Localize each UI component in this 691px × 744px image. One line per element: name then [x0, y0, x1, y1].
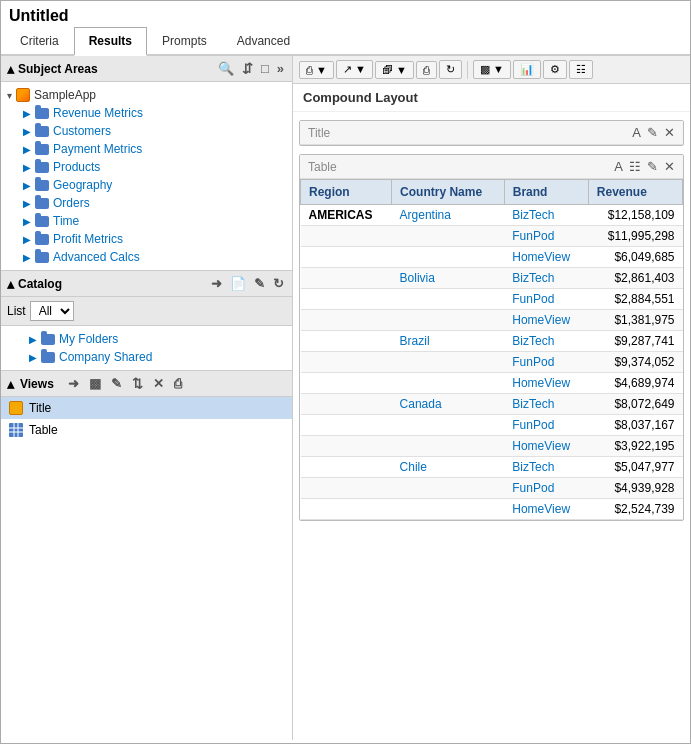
folder-icon	[35, 252, 49, 263]
cell-brand[interactable]: FunPod	[504, 478, 588, 499]
tree-item-customers[interactable]: ▶ Customers	[1, 122, 292, 140]
delete-table-icon[interactable]: ✕	[664, 159, 675, 174]
chart-btn[interactable]: ▩ ▼	[473, 60, 511, 79]
copy-btn[interactable]: ⎙	[416, 61, 437, 79]
list-dropdown[interactable]: All	[30, 301, 74, 321]
cell-country[interactable]	[392, 247, 505, 268]
cell-brand[interactable]: FunPod	[504, 289, 588, 310]
views-label: Views	[20, 377, 54, 391]
cell-country[interactable]: Canada	[392, 394, 505, 415]
table-row: HomeView$6,049,685	[301, 247, 683, 268]
cell-brand[interactable]: HomeView	[504, 310, 588, 331]
toolbar-sep-1	[467, 61, 468, 79]
catalog-item-company-shared[interactable]: ▶ Company Shared	[7, 348, 286, 366]
tree-item-time[interactable]: ▶ Time	[1, 212, 292, 230]
cell-brand[interactable]: BizTech	[504, 394, 588, 415]
delete-title-icon[interactable]: ✕	[664, 125, 675, 140]
tree-item-advanced-calcs[interactable]: ▶ Advanced Calcs	[1, 248, 292, 266]
search-icon[interactable]: 🔍	[216, 60, 236, 77]
cell-country[interactable]: Brazil	[392, 331, 505, 352]
table-row: BrazilBizTech$9,287,741	[301, 331, 683, 352]
cell-revenue: $2,884,551	[588, 289, 682, 310]
cell-country[interactable]: Argentina	[392, 205, 505, 226]
reload-btn[interactable]: ↻	[439, 60, 462, 79]
cell-brand[interactable]: BizTech	[504, 457, 588, 478]
expand-icon: ▶	[23, 216, 31, 227]
cell-country[interactable]	[392, 289, 505, 310]
cell-brand[interactable]: BizTech	[504, 331, 588, 352]
tab-results[interactable]: Results	[74, 27, 147, 56]
tree-item-payment-metrics[interactable]: ▶ Payment Metrics	[1, 140, 292, 158]
cell-brand[interactable]: FunPod	[504, 352, 588, 373]
edit-title-icon[interactable]: ✎	[647, 125, 658, 140]
data-btn[interactable]: 📊	[513, 60, 541, 79]
cell-brand[interactable]: FunPod	[504, 226, 588, 247]
table-scroll-container[interactable]: Region Country Name Brand Revenue AMERIC…	[300, 179, 683, 520]
title-view-icon	[9, 401, 23, 415]
item-label: Revenue Metrics	[53, 106, 143, 120]
tree-root-sampleapp[interactable]: ▾ SampleApp	[1, 86, 292, 104]
col-country: Country Name	[392, 180, 505, 205]
new-icon[interactable]: 📄	[228, 275, 248, 292]
delete-icon[interactable]: ✕	[151, 375, 166, 392]
edit-view-icon[interactable]: ✎	[109, 375, 124, 392]
cell-brand[interactable]: BizTech	[504, 205, 588, 226]
format-text-icon[interactable]: A	[632, 125, 641, 140]
cell-country[interactable]	[392, 226, 505, 247]
more-icon[interactable]: »	[275, 60, 286, 77]
tree-item-geography[interactable]: ▶ Geography	[1, 176, 292, 194]
reorder-icon[interactable]: ⇅	[130, 375, 145, 392]
print-btn[interactable]: ⎙ ▼	[299, 61, 334, 79]
cell-country[interactable]: Bolivia	[392, 268, 505, 289]
view-item-title[interactable]: Title	[1, 397, 292, 419]
item-label: Customers	[53, 124, 111, 138]
tab-advanced[interactable]: Advanced	[222, 27, 305, 56]
chart-icon[interactable]: ▩	[87, 375, 103, 392]
cell-country[interactable]: Chile	[392, 457, 505, 478]
cell-country[interactable]	[392, 415, 505, 436]
cell-country[interactable]	[392, 478, 505, 499]
cell-brand[interactable]: BizTech	[504, 268, 588, 289]
print-icon[interactable]: ⎙	[172, 375, 184, 392]
cell-region	[301, 226, 392, 247]
settings-btn[interactable]: ⚙	[543, 60, 567, 79]
tree-item-revenue-metrics[interactable]: ▶ Revenue Metrics	[1, 104, 292, 122]
table-layout-box: Table A ☷ ✎ ✕ Region Country Name	[299, 154, 684, 521]
tab-prompts[interactable]: Prompts	[147, 27, 222, 56]
format-btn[interactable]: ☷	[569, 60, 593, 79]
refresh-btn[interactable]: 🗊 ▼	[375, 61, 414, 79]
refresh-icon[interactable]: ↻	[271, 275, 286, 292]
tree-item-profit-metrics[interactable]: ▶ Profit Metrics	[1, 230, 292, 248]
cell-brand[interactable]: HomeView	[504, 247, 588, 268]
edit-icon[interactable]: ✎	[252, 275, 267, 292]
compound-layout-label: Compound Layout	[293, 84, 690, 112]
nav-icon[interactable]: ➜	[209, 275, 224, 292]
cell-brand[interactable]: FunPod	[504, 415, 588, 436]
tree-item-orders[interactable]: ▶ Orders	[1, 194, 292, 212]
format-icon[interactable]: A	[614, 159, 623, 174]
export-btn[interactable]: ↗ ▼	[336, 60, 373, 79]
sort-icon[interactable]: ⇵	[240, 60, 255, 77]
cell-country[interactable]	[392, 436, 505, 457]
cell-country[interactable]	[392, 373, 505, 394]
view-item-table[interactable]: Table	[1, 419, 292, 441]
expand-icon[interactable]: □	[259, 60, 271, 77]
cell-country[interactable]	[392, 499, 505, 520]
catalog-item-my-folders[interactable]: ▶ My Folders	[7, 330, 286, 348]
cell-country[interactable]	[392, 310, 505, 331]
cell-brand[interactable]: HomeView	[504, 436, 588, 457]
cell-revenue: $3,922,195	[588, 436, 682, 457]
tree-item-products[interactable]: ▶ Products	[1, 158, 292, 176]
cell-brand[interactable]: HomeView	[504, 499, 588, 520]
cell-country[interactable]	[392, 352, 505, 373]
item-label: My Folders	[59, 332, 118, 346]
cell-revenue: $8,072,649	[588, 394, 682, 415]
data-format-icon[interactable]: ☷	[629, 159, 641, 174]
add-view-icon[interactable]: ➜	[66, 375, 81, 392]
expand-icon: ▶	[23, 108, 31, 119]
edit-table-icon[interactable]: ✎	[647, 159, 658, 174]
cell-revenue: $2,524,739	[588, 499, 682, 520]
triangle-icon: ▴	[7, 376, 14, 392]
tab-criteria[interactable]: Criteria	[5, 27, 74, 56]
cell-brand[interactable]: HomeView	[504, 373, 588, 394]
